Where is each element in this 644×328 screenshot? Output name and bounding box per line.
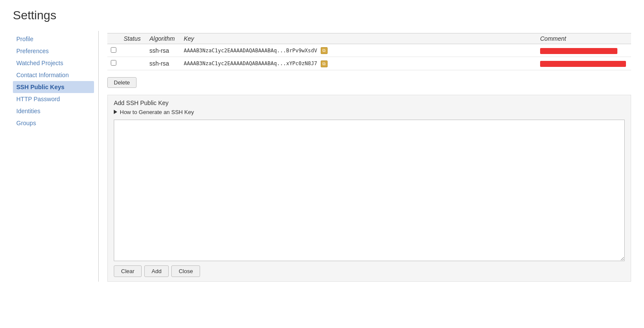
- row2-checkbox-cell: [107, 57, 120, 70]
- clear-button[interactable]: Clear: [114, 265, 142, 277]
- action-buttons: Clear Add Close: [114, 265, 625, 277]
- row1-copy-icon[interactable]: [321, 47, 328, 54]
- row2-copy-icon[interactable]: [321, 60, 328, 67]
- col-header-status: Status: [120, 33, 146, 44]
- sidebar-item-profile[interactable]: Profile: [13, 33, 94, 45]
- how-to-toggle[interactable]: How to Generate an SSH Key: [114, 109, 625, 115]
- col-header-checkbox: [107, 33, 120, 44]
- add-ssh-section: Add SSH Public Key How to Generate an SS…: [107, 95, 631, 282]
- row1-comment-redacted: [540, 48, 617, 54]
- close-button[interactable]: Close: [171, 265, 200, 277]
- row2-status: [120, 57, 146, 70]
- col-header-comment: Comment: [537, 33, 631, 44]
- triangle-icon: [114, 110, 117, 114]
- row1-checkbox[interactable]: [111, 47, 116, 53]
- add-ssh-title: Add SSH Public Key: [114, 99, 625, 106]
- table-row: ssh-rsa AAAAB3NzaC1yc2EAAAADAQABAAABAq..…: [107, 57, 631, 70]
- page-title: Settings: [13, 9, 631, 22]
- row1-checkbox-cell: [107, 44, 120, 57]
- page-container: Settings Profile Preferences Watched Pro…: [0, 0, 644, 290]
- keys-table: Status Algorithm Key Comment ssh-rsa: [107, 33, 631, 70]
- row1-status: [120, 44, 146, 57]
- main-content: Status Algorithm Key Comment ssh-rsa: [99, 31, 631, 282]
- sidebar-item-ssh-public-keys[interactable]: SSH Public Keys: [13, 81, 94, 93]
- row1-key-cell: AAAAB3NzaC1yc2EAAAADAQABAAABAq...BrPv9wX…: [180, 44, 537, 57]
- delete-button[interactable]: Delete: [107, 77, 137, 88]
- sidebar: Profile Preferences Watched Projects Con…: [13, 31, 99, 282]
- layout: Profile Preferences Watched Projects Con…: [13, 31, 631, 282]
- ssh-key-textarea[interactable]: [114, 120, 625, 261]
- sidebar-item-identities[interactable]: Identities: [13, 105, 94, 117]
- sidebar-item-groups[interactable]: Groups: [13, 117, 94, 129]
- row2-key-cell: AAAAB3NzaC1yc2EAAAADAQABAAABAq...xYPc0zN…: [180, 57, 537, 70]
- row2-checkbox[interactable]: [111, 60, 116, 66]
- row1-key-value: AAAAB3NzaC1yc2EAAAADAQABAAABAq...BrPv9wX…: [184, 48, 317, 54]
- sidebar-item-http-password[interactable]: HTTP Password: [13, 93, 94, 105]
- col-header-key: Key: [180, 33, 537, 44]
- sidebar-item-preferences[interactable]: Preferences: [13, 45, 94, 57]
- sidebar-item-watched-projects[interactable]: Watched Projects: [13, 57, 94, 69]
- row2-comment-cell: [537, 57, 631, 70]
- col-header-algorithm: Algorithm: [146, 33, 180, 44]
- sidebar-item-contact-information[interactable]: Contact Information: [13, 69, 94, 81]
- row2-algorithm: ssh-rsa: [146, 57, 180, 70]
- row2-key-value: AAAAB3NzaC1yc2EAAAADAQABAAABAq...xYPc0zN…: [184, 60, 317, 66]
- how-to-label: How to Generate an SSH Key: [120, 109, 194, 115]
- row1-comment-cell: [537, 44, 631, 57]
- row2-comment-redacted: [540, 61, 626, 67]
- row1-algorithm: ssh-rsa: [146, 44, 180, 57]
- table-row: ssh-rsa AAAAB3NzaC1yc2EAAAADAQABAAABAq..…: [107, 44, 631, 57]
- add-button[interactable]: Add: [144, 265, 169, 277]
